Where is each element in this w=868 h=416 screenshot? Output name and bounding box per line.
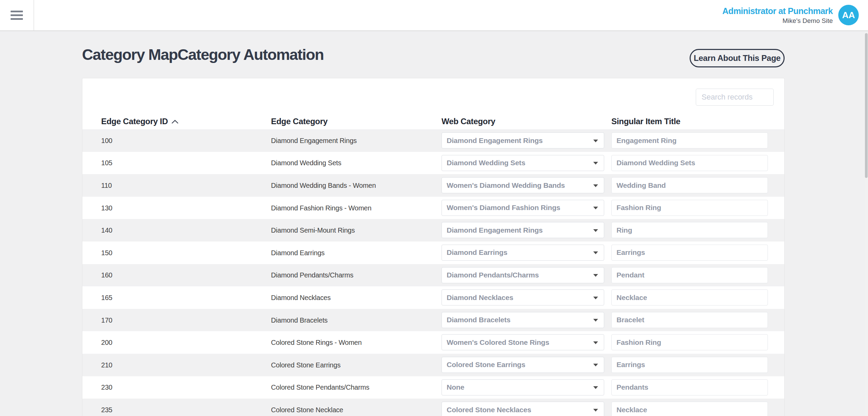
web-category-selected-value: Colored Stone Necklaces <box>447 406 531 414</box>
edge-category-cell: Diamond Bracelets <box>271 316 328 324</box>
web-category-selected-value: Diamond Necklaces <box>447 294 513 302</box>
page-scrollbar[interactable] <box>865 32 868 416</box>
singular-item-title-input[interactable] <box>611 177 768 193</box>
chevron-down-icon <box>593 207 598 209</box>
web-category-selected-value: Diamond Earrings <box>447 248 507 257</box>
edge-category-cell: Diamond Necklaces <box>271 294 330 301</box>
web-category-select[interactable]: Diamond Earrings <box>442 245 604 261</box>
edge-category-cell: Diamond Wedding Bands - Women <box>271 181 376 189</box>
edge-category-id-cell: 230 <box>101 384 112 391</box>
singular-item-title-input[interactable] <box>611 222 768 238</box>
web-category-select[interactable]: Women's Colored Stone Rings <box>442 334 604 350</box>
search-input[interactable] <box>696 89 774 106</box>
edge-category-cell: Diamond Engagement Rings <box>271 136 357 144</box>
singular-item-title-input[interactable] <box>611 402 768 416</box>
table-row: 210 Colored Stone Earrings Colored Stone… <box>82 354 784 376</box>
web-category-select[interactable]: Colored Stone Earrings <box>442 357 604 373</box>
avatar[interactable]: AA <box>838 5 859 25</box>
column-header-edge-category-id[interactable]: Edge Category ID <box>101 117 179 126</box>
singular-item-title-input[interactable] <box>611 379 768 395</box>
chevron-down-icon <box>593 364 598 366</box>
edge-category-id-cell: 105 <box>101 159 112 167</box>
web-category-selected-value: Women's Diamond Wedding Bands <box>447 181 565 190</box>
table-row: 150 Diamond Earrings Diamond Earrings <box>82 242 784 264</box>
top-bar: Administrator at Punchmark Mike's Demo S… <box>0 0 868 31</box>
web-category-select[interactable]: Women's Diamond Fashion Rings <box>442 200 604 216</box>
site-name: Mike's Demo Site <box>722 17 833 25</box>
table-body: 100 Diamond Engagement Rings Diamond Eng… <box>82 129 784 416</box>
edge-category-id-cell: 130 <box>101 204 112 212</box>
web-category-select[interactable]: Diamond Engagement Rings <box>442 132 604 148</box>
edge-category-id-cell: 110 <box>101 181 112 189</box>
chevron-down-icon <box>593 251 598 254</box>
web-category-select[interactable]: Diamond Bracelets <box>442 312 604 328</box>
table-row: 165 Diamond Necklaces Diamond Necklaces <box>82 286 784 309</box>
chevron-down-icon <box>593 184 598 187</box>
chevron-down-icon <box>593 297 598 299</box>
chevron-down-icon <box>593 386 598 389</box>
web-category-selected-value: Colored Stone Earrings <box>447 361 525 369</box>
singular-item-title-input[interactable] <box>611 312 768 328</box>
table-row: 130 Diamond Fashion Rings - Women Women'… <box>82 197 784 219</box>
edge-category-cell: Diamond Wedding Sets <box>271 159 341 167</box>
edge-category-cell: Diamond Pendants/Charms <box>271 271 353 279</box>
edge-category-id-cell: 150 <box>101 249 112 257</box>
singular-item-title-input[interactable] <box>611 200 768 216</box>
column-header-singular-item-title: Singular Item Title <box>611 117 680 126</box>
web-category-selected-value: Diamond Engagement Rings <box>447 226 543 234</box>
table-row: 140 Diamond Semi-Mount Rings Diamond Eng… <box>82 219 784 242</box>
table-header-row: Edge Category ID Edge Category Web Categ… <box>82 114 784 129</box>
edge-category-cell: Colored Stone Necklace <box>271 406 343 414</box>
singular-item-title-input[interactable] <box>611 357 768 373</box>
chevron-down-icon <box>593 319 598 322</box>
edge-category-cell: Diamond Earrings <box>271 249 325 257</box>
hamburger-icon <box>11 11 23 20</box>
edge-category-id-cell: 140 <box>101 226 112 234</box>
user-info: Administrator at Punchmark Mike's Demo S… <box>722 6 833 25</box>
web-category-selected-value: None <box>447 383 464 391</box>
web-category-select[interactable]: Colored Stone Necklaces <box>442 402 604 416</box>
web-category-select[interactable]: Diamond Wedding Sets <box>442 155 604 171</box>
chevron-down-icon <box>593 409 598 412</box>
edge-category-cell: Diamond Fashion Rings - Women <box>271 204 371 212</box>
edge-category-id-cell: 170 <box>101 316 112 324</box>
chevron-down-icon <box>593 140 598 142</box>
table-row: 105 Diamond Wedding Sets Diamond Wedding… <box>82 152 784 174</box>
table-row: 200 Colored Stone Rings - Women Women's … <box>82 331 784 354</box>
edge-category-id-cell: 235 <box>101 406 112 414</box>
web-category-select[interactable]: Diamond Pendants/Charms <box>442 267 604 283</box>
web-category-select[interactable]: Women's Diamond Wedding Bands <box>442 177 604 193</box>
web-category-select[interactable]: Diamond Engagement Rings <box>442 222 604 238</box>
edge-category-id-cell: 200 <box>101 339 112 347</box>
scrollbar-thumb[interactable] <box>865 33 868 178</box>
edge-category-id-cell: 100 <box>101 136 112 144</box>
singular-item-title-input[interactable] <box>611 334 768 350</box>
singular-item-title-input[interactable] <box>611 132 768 148</box>
web-category-selected-value: Diamond Wedding Sets <box>447 159 525 167</box>
web-category-selected-value: Diamond Engagement Rings <box>447 136 543 145</box>
edge-category-cell: Colored Stone Rings - Women <box>271 339 362 347</box>
edge-category-id-cell: 210 <box>101 361 112 369</box>
table-row: 160 Diamond Pendants/Charms Diamond Pend… <box>82 264 784 287</box>
web-category-selected-value: Women's Diamond Fashion Rings <box>447 204 560 212</box>
web-category-select[interactable]: Diamond Necklaces <box>442 289 604 306</box>
edge-category-cell: Diamond Semi-Mount Rings <box>271 226 355 234</box>
learn-about-page-button[interactable]: Learn About This Page <box>690 49 785 67</box>
category-map-card: Edge Category ID Edge Category Web Categ… <box>82 78 785 416</box>
column-header-web-category: Web Category <box>442 117 495 126</box>
singular-item-title-input[interactable] <box>611 155 768 171</box>
chevron-down-icon <box>593 229 598 232</box>
hamburger-menu-button[interactable] <box>0 0 34 30</box>
table-row: 100 Diamond Engagement Rings Diamond Eng… <box>82 129 784 152</box>
edge-category-cell: Colored Stone Earrings <box>271 361 341 369</box>
table-row: 235 Colored Stone Necklace Colored Stone… <box>82 399 784 416</box>
web-category-select[interactable]: None <box>442 379 604 395</box>
web-category-selected-value: Diamond Bracelets <box>447 316 511 324</box>
chevron-down-icon <box>593 162 598 165</box>
web-category-selected-value: Diamond Pendants/Charms <box>447 271 539 279</box>
singular-item-title-input[interactable] <box>611 289 768 306</box>
table-row: 230 Colored Stone Pendants/Charms None <box>82 376 784 399</box>
singular-item-title-input[interactable] <box>611 267 768 283</box>
edge-category-cell: Colored Stone Pendants/Charms <box>271 384 369 391</box>
singular-item-title-input[interactable] <box>611 245 768 261</box>
